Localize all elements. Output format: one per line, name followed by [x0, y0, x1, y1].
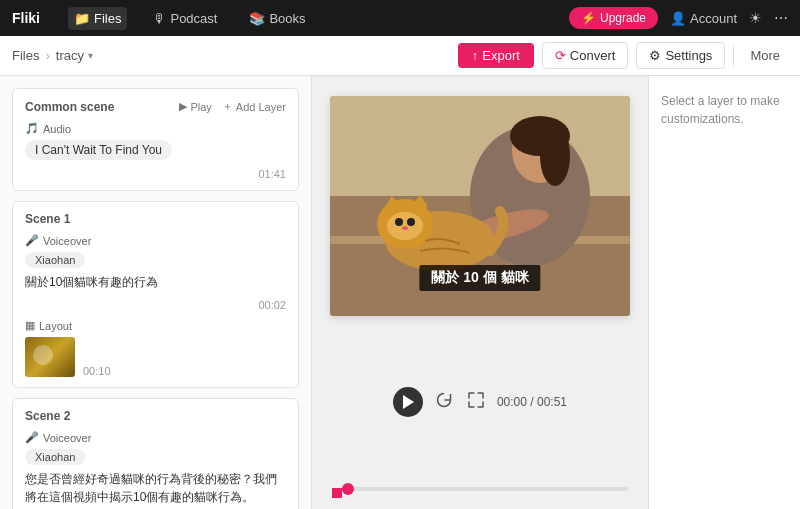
rewind-icon	[435, 391, 453, 409]
video-controls: 00:00 / 00:51	[377, 379, 583, 425]
account-menu[interactable]: 👤 Account	[670, 11, 737, 26]
audio-section-label: 🎵 Audio	[25, 122, 286, 135]
logo: Fliki	[12, 10, 40, 26]
scene1-time: 00:02	[25, 299, 286, 311]
voiceover-label-2: 🎤 Voiceover	[25, 431, 286, 444]
common-scene-actions: ▶ Play ＋ Add Layer	[179, 99, 286, 114]
toolbar-divider	[733, 46, 734, 66]
scene1-text: 關於10個貓咪有趣的行為	[25, 273, 286, 291]
brightness-icon[interactable]: ☀	[749, 10, 762, 26]
play-action[interactable]: ▶ Play	[179, 100, 211, 113]
audio-track-chip[interactable]: I Can't Wait To Find You	[25, 140, 172, 160]
customization-hint: Select a layer to make customizations.	[661, 92, 788, 128]
breadcrumb-current[interactable]: tracy ▾	[56, 48, 93, 63]
video-preview: 關於 10 個 貓咪	[330, 96, 630, 316]
video-background: 關於 10 個 貓咪	[330, 96, 630, 316]
account-icon: 👤	[670, 11, 686, 26]
upgrade-icon: ⚡	[581, 11, 596, 25]
common-scene-header: Common scene ▶ Play ＋ Add Layer	[25, 99, 286, 114]
gear-icon: ⚙	[649, 48, 661, 63]
convert-button[interactable]: ⟳ Convert	[542, 42, 629, 69]
more-button[interactable]: More	[742, 43, 788, 68]
play-icon: ▶	[179, 100, 187, 113]
customization-panel: Select a layer to make customizations.	[648, 76, 800, 509]
timeline-bar[interactable]	[348, 487, 628, 491]
chevron-down-icon: ▾	[88, 50, 93, 61]
export-icon: ↑	[472, 48, 479, 63]
play-button[interactable]	[393, 387, 423, 417]
mic-icon-1: 🎤	[25, 234, 39, 247]
scenes-panel: Common scene ▶ Play ＋ Add Layer 🎵 Audio …	[0, 76, 312, 509]
music-icon: 🎵	[25, 122, 39, 135]
preview-panel: 關於 10 個 貓咪 00:00 / 00:51	[312, 76, 648, 509]
nav-books[interactable]: 📚 Books	[243, 7, 311, 30]
scene2-text: 您是否曾經好奇過貓咪的行為背後的秘密？我們將在這個視頻中揭示10個有趣的貓咪行為…	[25, 470, 286, 506]
svg-point-14	[407, 218, 415, 226]
common-scene-time: 01:41	[25, 168, 286, 180]
scene2-header: Scene 2	[25, 409, 286, 423]
mic-icon-2: 🎤	[25, 431, 39, 444]
layout-label: ▦ Layout	[25, 319, 286, 332]
scene2-title: Scene 2	[25, 409, 70, 423]
breadcrumb: Files › tracy ▾	[12, 48, 93, 63]
video-caption: 關於 10 個 貓咪	[419, 265, 540, 291]
rewind-button[interactable]	[433, 389, 455, 415]
top-navigation: Fliki 📁 Files 🎙 Podcast 📚 Books ⚡ Upgrad…	[0, 0, 800, 36]
voice-name-2[interactable]: Xiaohan	[25, 449, 85, 465]
breadcrumb-separator: ›	[45, 48, 49, 63]
nav-files[interactable]: 📁 Files	[68, 7, 127, 30]
voice-name-1[interactable]: Xiaohan	[25, 252, 85, 268]
fullscreen-icon	[467, 391, 485, 409]
more-label: More	[750, 48, 780, 63]
common-scene-card: Common scene ▶ Play ＋ Add Layer 🎵 Audio …	[12, 88, 299, 191]
layout-time: 00:10	[83, 365, 111, 377]
scene1-title: Scene 1	[25, 212, 70, 226]
main-layout: Common scene ▶ Play ＋ Add Layer 🎵 Audio …	[0, 76, 800, 509]
upgrade-button[interactable]: ⚡ Upgrade	[569, 7, 658, 29]
convert-icon: ⟳	[555, 48, 566, 63]
time-display: 00:00 / 00:51	[497, 395, 567, 409]
timeline-handle[interactable]	[342, 483, 354, 495]
layout-section: ▦ Layout 00:10	[25, 319, 286, 377]
export-button[interactable]: ↑ Export	[458, 43, 534, 68]
scene1-card: Scene 1 🎤 Voiceover Xiaohan 關於10個貓咪有趣的行為…	[12, 201, 299, 388]
files-icon: 📁	[74, 11, 90, 26]
nav-right-section: ⚡ Upgrade 👤 Account ☀ ⋯	[569, 7, 788, 29]
timeline-container	[312, 487, 648, 499]
nav-podcast[interactable]: 🎙 Podcast	[147, 7, 223, 30]
scene1-header: Scene 1	[25, 212, 286, 226]
layout-thumbnail[interactable]	[25, 337, 75, 377]
svg-point-13	[395, 218, 403, 226]
settings-button[interactable]: ⚙ Settings	[636, 42, 725, 69]
play-triangle-icon	[403, 395, 414, 409]
svg-point-6	[540, 126, 570, 186]
svg-point-15	[402, 226, 408, 230]
toolbar: Files › tracy ▾ ↑ Export ⟳ Convert ⚙ Set…	[0, 36, 800, 76]
voiceover-label-1: 🎤 Voiceover	[25, 234, 286, 247]
add-layer-action[interactable]: ＋ Add Layer	[222, 99, 286, 114]
layout-icon: ▦	[25, 319, 35, 332]
timeline-start-dot	[332, 488, 342, 498]
breadcrumb-files[interactable]: Files	[12, 48, 39, 63]
toolbar-actions: ↑ Export ⟳ Convert ⚙ Settings More	[458, 42, 788, 69]
podcast-icon: 🎙	[153, 11, 166, 26]
add-icon: ＋	[222, 99, 233, 114]
books-icon: 📚	[249, 11, 265, 26]
common-scene-title: Common scene	[25, 100, 114, 114]
fullscreen-button[interactable]	[465, 389, 487, 415]
nav-extra-icon: ⋯	[774, 10, 788, 26]
scene2-card: Scene 2 🎤 Voiceover Xiaohan 您是否曾經好奇過貓咪的行…	[12, 398, 299, 509]
